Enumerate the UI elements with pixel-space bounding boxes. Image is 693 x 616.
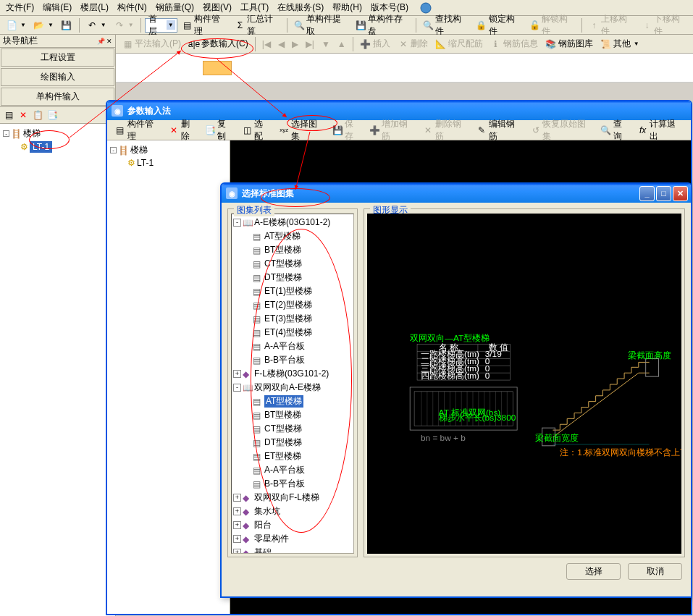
unlock-component-button[interactable]: 🔓解锁构件 <box>526 17 577 33</box>
save-button[interactable]: 💾 <box>58 17 75 33</box>
dialog-titlebar[interactable]: ◉ 选择标准图集 _ □ ✕ <box>222 184 691 203</box>
expand-icon[interactable]: + <box>233 535 241 543</box>
inner-manage-button[interactable]: ▤构件管理 <box>112 122 164 138</box>
expand-icon[interactable]: + <box>233 370 241 378</box>
undo-button[interactable]: ↶▼ <box>83 17 109 33</box>
atlas-tree-item-11[interactable]: +◆F-L楼梯(03G101-2) <box>233 367 352 381</box>
atlas-tree-item-21[interactable]: +◆集水坑 <box>233 505 352 518</box>
atlas-tree-item-0[interactable]: -📖A-E楼梯(03G101-2) <box>233 216 352 229</box>
copy-icon[interactable]: 📑 <box>46 109 58 121</box>
nav-prev-button[interactable]: ◀ <box>275 36 287 52</box>
single-extract-button[interactable]: 🔍单构件提取 <box>291 17 351 33</box>
expand-icon[interactable]: - <box>233 384 241 392</box>
rebar-lib-button[interactable]: 📚钢筋图库 <box>542 36 596 52</box>
atlas-tree[interactable]: -📖A-E楼梯(03G101-2)▤AT型楼梯▤BT型楼梯▤CT型楼梯▤DT型楼… <box>231 214 354 554</box>
redo-button[interactable]: ↷▼ <box>111 17 137 33</box>
menu-floor[interactable]: 楼层(L) <box>76 0 113 15</box>
active-cell[interactable] <box>203 61 232 75</box>
expand-icon[interactable]: + <box>233 507 241 515</box>
sidebar-tab-single[interactable]: 单构件输入 <box>1 88 114 106</box>
move-up-button[interactable]: ↑上移构件 <box>586 17 637 33</box>
inner-calc-exit-button[interactable]: fx计算退出 <box>634 122 686 138</box>
paste-icon[interactable]: 📋 <box>32 109 43 121</box>
inner-save-button[interactable]: 💾保存 <box>329 122 365 138</box>
rebar-info-button[interactable]: ℹ钢筋信息 <box>487 36 541 52</box>
atlas-tree-item-3[interactable]: ▤CT型楼梯 <box>243 257 352 271</box>
pin-icon[interactable]: 📌 <box>97 38 105 45</box>
close-button[interactable]: ✕ <box>673 186 688 201</box>
single-save-button[interactable]: 💾单构件存盘 <box>353 17 413 33</box>
new-button[interactable]: 📄▼ <box>3 17 29 33</box>
atlas-tree-item-23[interactable]: +◆零星构件 <box>233 532 352 546</box>
preview-canvas[interactable]: 双网双向—AT型楼梯 名 称 数 值 一跑楼梯高(tm) 3/19 二跑楼梯高(… <box>367 214 681 554</box>
atlas-tree-item-6[interactable]: ▤ET(2)型楼梯 <box>243 298 352 312</box>
sidebar-tab-draw[interactable]: 绘图输入 <box>1 68 114 86</box>
inner-select-button[interactable]: ◫选配 <box>239 122 274 138</box>
component-manage-button[interactable]: ▤构件管理 <box>179 17 230 33</box>
atlas-tree-item-16[interactable]: ▤DT型楼梯 <box>243 436 352 450</box>
other-button[interactable]: 📜其他▼ <box>597 36 642 52</box>
nav-first-button[interactable]: |◀ <box>259 36 274 52</box>
atlas-tree-item-13[interactable]: ▤AT型楼梯 <box>243 395 352 408</box>
inner-atlas-button[interactable]: xyz选择图集 <box>276 122 328 138</box>
summary-button[interactable]: Σ汇总计算 <box>232 17 283 33</box>
insert-button[interactable]: ➕插入 <box>357 36 393 52</box>
menu-component[interactable]: 构件(N) <box>113 0 151 15</box>
maximize-button[interactable]: □ <box>656 186 671 201</box>
atlas-tree-item-4[interactable]: ▤DT型楼梯 <box>243 271 352 284</box>
atlas-tree-item-5[interactable]: ▤ET(1)型楼梯 <box>243 284 352 298</box>
minimize-button[interactable]: _ <box>639 186 655 201</box>
delete-row-button[interactable]: ✕删除 <box>395 36 431 52</box>
delete-icon[interactable]: ✕ <box>17 109 29 121</box>
close-sidebar-icon[interactable]: ✕ <box>106 38 112 45</box>
dialog-select-button[interactable]: 选择 <box>566 563 621 580</box>
nav-up-button[interactable]: ▲ <box>335 36 349 52</box>
tree-node-lt1[interactable]: ⚙ LT-1 <box>20 140 112 153</box>
param-input-button[interactable]: a|e参数输入(C) <box>185 36 251 52</box>
open-button[interactable]: 📂▼ <box>30 17 56 33</box>
atlas-tree-item-24[interactable]: +◆基础 <box>233 546 352 554</box>
find-component-button[interactable]: 🔍查找构件 <box>420 17 471 33</box>
inner-tree-lt1[interactable]: ⚙ LT-1 <box>127 157 227 169</box>
atlas-tree-item-9[interactable]: ▤A-A平台板 <box>243 339 352 353</box>
nav-next-button[interactable]: ▶ <box>289 36 301 52</box>
expand-icon[interactable]: - <box>3 130 9 137</box>
atlas-tree-item-20[interactable]: +◆双网双向F-L楼梯 <box>233 491 352 505</box>
atlas-tree-item-10[interactable]: ▤B-B平台板 <box>243 353 352 367</box>
atlas-tree-item-22[interactable]: +◆阳台 <box>233 518 352 532</box>
inner-delete-button[interactable]: ✕删除 <box>165 122 201 138</box>
expand-icon[interactable]: - <box>110 147 117 153</box>
lock-component-button[interactable]: 🔒锁定构件 <box>473 17 524 33</box>
tree-node-stairs[interactable]: - 🪜 楼梯 <box>3 127 112 140</box>
inner-copy-button[interactable]: 📑复制 <box>202 122 238 138</box>
inner-delete-rebar-button[interactable]: ✕删除钢筋 <box>420 122 472 138</box>
inner-add-rebar-button[interactable]: ➕增加钢筋 <box>366 122 418 138</box>
dialog-cancel-button[interactable]: 取消 <box>628 563 682 580</box>
expand-icon[interactable]: + <box>233 494 241 502</box>
nav-last-button[interactable]: ▶| <box>303 36 317 52</box>
inner-restore-button[interactable]: ↺恢复原始图集 <box>527 122 596 138</box>
atlas-tree-item-18[interactable]: ▤A-A平台板 <box>243 463 352 477</box>
atlas-tree-item-14[interactable]: ▤BT型楼梯 <box>243 408 352 422</box>
atlas-tree-item-19[interactable]: ▤B-B平台板 <box>243 477 352 491</box>
plane-input-button[interactable]: ▦平法输入(P) <box>119 36 184 52</box>
atlas-tree-item-17[interactable]: ▤ET型楼梯 <box>243 450 352 463</box>
ruler-button[interactable]: 📐缩尺配筋 <box>432 36 486 52</box>
expand-icon[interactable]: - <box>233 219 241 227</box>
floor-combo[interactable]: 首层 <box>145 18 177 33</box>
atlas-tree-item-1[interactable]: ▤AT型楼梯 <box>243 229 352 243</box>
nav-down-button[interactable]: ▼ <box>319 36 333 52</box>
menu-file[interactable]: 文件(F) <box>1 0 38 15</box>
inner-tree-stairs[interactable]: - 🪜 楼梯 <box>110 143 227 157</box>
atlas-tree-item-2[interactable]: ▤BT型楼梯 <box>243 243 352 257</box>
atlas-tree-item-12[interactable]: -📖双网双向A-E楼梯 <box>233 381 352 395</box>
menu-edit[interactable]: 编辑(E) <box>38 0 76 15</box>
atlas-tree-item-15[interactable]: ▤CT型楼梯 <box>243 422 352 436</box>
expand-icon[interactable]: + <box>233 549 241 554</box>
sidebar-tab-project[interactable]: 工程设置 <box>1 48 114 67</box>
filter-icon[interactable]: ▤ <box>3 109 14 121</box>
atlas-tree-item-7[interactable]: ▤ET(3)型楼梯 <box>243 312 352 326</box>
atlas-tree-item-8[interactable]: ▤ET(4)型楼梯 <box>243 326 352 339</box>
inner-query-button[interactable]: 🔍查询 <box>597 122 633 138</box>
inner-edit-rebar-button[interactable]: ✎编辑钢筋 <box>474 122 526 138</box>
